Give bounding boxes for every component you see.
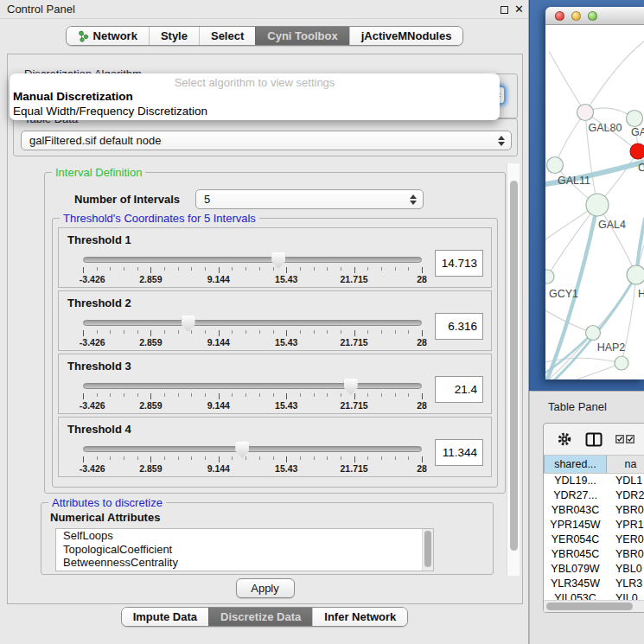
tick-label: 15.43 xyxy=(275,274,297,284)
slider-ticks xyxy=(83,267,422,273)
node-bottom[interactable] xyxy=(615,356,628,370)
tick-mark xyxy=(408,267,409,271)
tick-mark xyxy=(408,393,409,397)
number-of-intervals-combo[interactable]: 5 xyxy=(195,189,424,209)
network-edge[interactable] xyxy=(555,112,585,165)
node-right[interactable] xyxy=(627,265,644,284)
traffic-light-zoom-icon[interactable] xyxy=(588,11,597,21)
table-row[interactable]: YER054CYER0 xyxy=(544,532,644,547)
threshold-value-field[interactable]: 11.344 xyxy=(435,439,483,466)
close-icon[interactable]: ✕ xyxy=(514,0,524,19)
table-row[interactable]: YBL079WYBL0 xyxy=(544,562,644,577)
table-row[interactable]: YPR145WYPR1 xyxy=(544,518,644,532)
slider-track[interactable] xyxy=(83,320,422,326)
traffic-light-close-icon[interactable] xyxy=(555,11,564,21)
threshold-slider[interactable]: -3.4262.8599.14415.4321.71528 xyxy=(83,442,422,475)
network-edge[interactable] xyxy=(597,205,636,275)
tick-label: 28 xyxy=(417,274,427,284)
network-view-window[interactable]: GAL80GACGAL11GAL4GCY1HHAP2 xyxy=(545,7,644,379)
slider-track[interactable] xyxy=(83,383,422,389)
table-cell: YIL0 xyxy=(607,591,644,600)
tick-mark xyxy=(245,393,246,397)
tick-label: 2.859 xyxy=(139,274,162,284)
network-canvas[interactable]: GAL80GACGAL11GAL4GCY1HHAP2 xyxy=(545,25,644,379)
tab-discretize-data[interactable]: Discretize Data xyxy=(208,608,312,626)
threshold-title: Threshold 1 xyxy=(67,233,131,246)
algorithm-option-equal-width-frequency-discretization[interactable]: Equal Width/Frequency Discretization xyxy=(10,104,500,118)
panel-title: Control Panel xyxy=(7,0,75,19)
traffic-light-minimize-icon[interactable] xyxy=(571,11,581,21)
algorithm-hint: Select algorithm to view settings xyxy=(10,73,500,89)
threshold-slider[interactable]: -3.4262.8599.14415.4321.71528 xyxy=(83,252,422,285)
tab-impute-data[interactable]: Impute Data xyxy=(122,608,208,626)
tick-mark xyxy=(422,393,423,399)
stepper-icon xyxy=(497,134,506,148)
checkbox-icon[interactable] xyxy=(626,435,634,443)
table-row[interactable]: YIL053CYIL0 xyxy=(544,591,644,600)
network-edge[interactable] xyxy=(585,41,644,112)
checkbox-icon[interactable] xyxy=(615,435,624,443)
threshold-title: Threshold 3 xyxy=(67,360,131,373)
gear-icon[interactable] xyxy=(557,431,572,447)
apply-button[interactable]: Apply xyxy=(236,578,295,598)
table-toolbar xyxy=(544,424,644,455)
tab-jactivemnodules[interactable]: jActiveMNodules xyxy=(349,27,463,45)
table-horizontal-scrollbar[interactable] xyxy=(544,600,644,612)
attribute-item-selfloops[interactable]: SelfLoops xyxy=(56,529,433,543)
slider-track[interactable] xyxy=(83,446,422,452)
tick-mark xyxy=(205,456,206,460)
table-cell: YLR345W xyxy=(544,577,607,591)
attribute-item-topologicalcoefficient[interactable]: TopologicalCoefficient xyxy=(56,543,433,557)
tick-mark xyxy=(110,330,111,334)
network-window-titlebar[interactable] xyxy=(545,7,644,25)
tick-mark xyxy=(300,267,301,271)
node-GCY1[interactable] xyxy=(545,270,554,284)
table-row[interactable]: YDR27...YDR2 xyxy=(544,488,644,503)
threshold-slider[interactable]: -3.4262.8599.14415.4321.71528 xyxy=(83,379,422,411)
table-cell: YBL0 xyxy=(607,562,644,577)
slider-track[interactable] xyxy=(83,257,422,263)
columns-icon[interactable] xyxy=(585,432,603,447)
node-GAL80[interactable] xyxy=(577,105,594,121)
tick-mark xyxy=(422,330,423,336)
tick-mark xyxy=(395,393,396,397)
algorithm-option-manual-discretization[interactable]: Manual Discretization xyxy=(10,89,500,104)
tick-label: 2.859 xyxy=(139,463,162,474)
node-GAL11[interactable] xyxy=(547,157,564,174)
tab-infer-network[interactable]: Infer Network xyxy=(312,608,407,626)
slider-tick-labels: -3.4262.8599.14415.4321.71528 xyxy=(83,463,422,474)
tab-select[interactable]: Select xyxy=(199,27,255,45)
threshold-value-field[interactable]: 14.713 xyxy=(435,250,483,277)
network-edge[interactable] xyxy=(549,51,585,112)
tab-network[interactable]: Network xyxy=(67,27,149,45)
tick-mark xyxy=(110,456,111,460)
node-selected-red[interactable] xyxy=(630,143,644,159)
float-window-icon[interactable] xyxy=(501,6,508,14)
table-row[interactable]: YDL19...YDL1 xyxy=(544,474,644,488)
column-header-na[interactable]: na xyxy=(607,456,644,473)
column-header-shared-[interactable]: shared... xyxy=(544,456,607,473)
table-row[interactable]: YLR345WYLR3 xyxy=(544,577,644,591)
table-row[interactable]: YBR043CYBR0 xyxy=(544,503,644,518)
table-cell: YER0 xyxy=(607,532,644,547)
node-HAP2[interactable] xyxy=(586,326,601,341)
threshold-value-field[interactable]: 6.316 xyxy=(435,313,483,340)
algorithm-dropdown-popup: Select algorithm to view settings Manual… xyxy=(10,73,500,120)
node-top-right[interactable] xyxy=(627,111,643,127)
attribute-item-betweennesscentrality[interactable]: BetweennessCentrality xyxy=(56,556,433,570)
settings-scrollbar[interactable] xyxy=(507,163,520,576)
table-row[interactable]: YBR045CYBR0 xyxy=(544,547,644,562)
attributes-list[interactable]: SelfLoopsTopologicalCoefficientBetweenne… xyxy=(55,528,434,571)
tab-style[interactable]: Style xyxy=(149,27,199,45)
tab-cyni-toolbox[interactable]: Cyni Toolbox xyxy=(255,27,348,45)
threshold-value-field[interactable]: 21.4 xyxy=(435,376,483,403)
table-data-combo[interactable]: galFiltered.sif default node xyxy=(21,131,512,150)
node-label-h: H xyxy=(638,288,644,300)
node-GAL4[interactable] xyxy=(586,194,609,216)
attributes-list-scrollbar[interactable] xyxy=(422,529,433,571)
tick-mark xyxy=(286,456,287,462)
threshold-slider[interactable]: -3.4262.8599.14415.4321.71528 xyxy=(83,316,422,348)
table-panel: Table Panel shared xyxy=(529,391,644,644)
node-label-hap2: HAP2 xyxy=(597,341,626,354)
tick-mark xyxy=(408,456,409,460)
